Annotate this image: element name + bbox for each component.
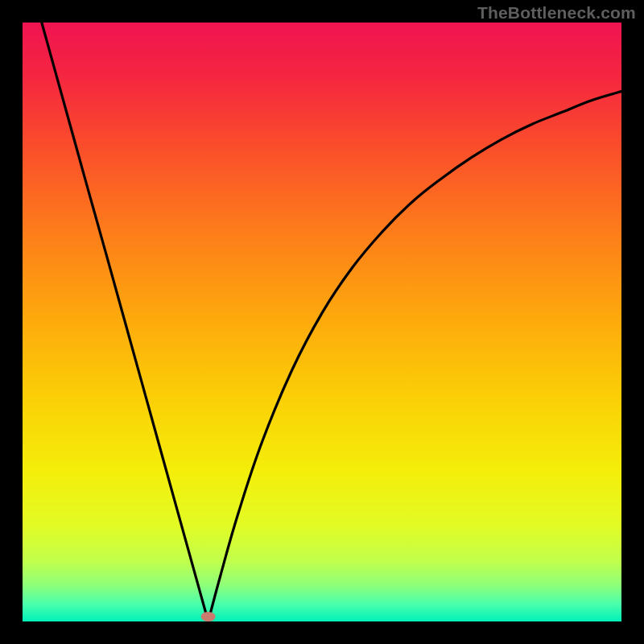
- watermark-text: TheBottleneck.com: [477, 3, 636, 23]
- bottleneck-chart: [23, 23, 621, 621]
- plot-area: [23, 23, 621, 621]
- chart-container: TheBottleneck.com: [0, 0, 644, 644]
- gradient-background: [23, 23, 621, 621]
- optimum-marker: [201, 612, 216, 621]
